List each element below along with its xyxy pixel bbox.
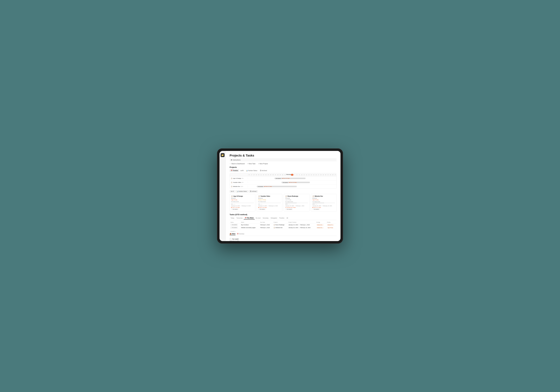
date-numbers: 16 17 18 19 20 21 22 23 24 25 26 27 bbox=[248, 174, 336, 176]
date-16b: 16 bbox=[315, 174, 317, 176]
card-appui-due: ▶ Due in 10 days bbox=[231, 207, 254, 208]
task-table-body: + Not started Buy Furniture February 5, … bbox=[230, 223, 337, 229]
card-room-tasks: 0/1 Tasks Done bbox=[285, 201, 308, 202]
subtab-archived[interactable]: 🗄 Archived bbox=[249, 190, 258, 192]
row2-status-pill: + Not started bbox=[230, 227, 238, 228]
folder-icon[interactable]: 📁 bbox=[221, 153, 225, 157]
inbox-tabs: 📥 Inbox ⏰ Overdue bbox=[230, 232, 337, 236]
inbox-tab-inbox[interactable]: 📥 Inbox bbox=[230, 232, 235, 235]
youtube-icon: 📋 bbox=[231, 182, 232, 183]
card-youtube-title: 📋 Youtube Video bbox=[258, 195, 281, 197]
date-8: 8 bbox=[296, 174, 298, 176]
card-appui-tasks: 0/3 Tasks Done bbox=[231, 201, 254, 202]
tasks-section-title: Tasks (GTD method) bbox=[230, 213, 337, 216]
timeline-project-youtube: 📋 Youtube Video 0% bbox=[230, 182, 248, 183]
task-tab-someday[interactable]: Someday bbox=[262, 217, 270, 219]
date-19b: 19 bbox=[322, 174, 325, 176]
row2-project-icon: 📋 bbox=[274, 227, 275, 228]
new-task-button[interactable]: + New Task bbox=[248, 163, 256, 164]
date-22: 22 bbox=[262, 174, 265, 176]
card-appui-status: + Not started bbox=[231, 209, 239, 210]
card-youtube-progress-wrap bbox=[258, 203, 281, 203]
date-29: 29 bbox=[279, 174, 281, 176]
youtube-progress: 0% bbox=[242, 182, 243, 183]
row1-status-pill: + Not started bbox=[230, 224, 238, 226]
back-dashboard-button[interactable]: ← Back to Dashboard bbox=[230, 163, 245, 164]
card-webdev-due: ▶ Due in 11 days bbox=[312, 207, 335, 208]
date-9: 9 bbox=[298, 174, 300, 176]
date-27: 27 bbox=[274, 174, 277, 176]
row2-priority: High Priority bbox=[326, 226, 337, 229]
card-youtube-due: ▶ Due in 16 days bbox=[258, 207, 281, 208]
row2-energy: Medium En... bbox=[316, 226, 326, 229]
row1-energy-pill: Medium En... bbox=[316, 224, 324, 226]
webdev-icon: 📋 bbox=[231, 186, 232, 187]
tab-kanban[interactable]: 📊 Kanban Status bbox=[245, 169, 258, 172]
task-tab-donext[interactable]: Do next bbox=[255, 217, 261, 219]
task-table: Status Name Due Date Projects Project Ti… bbox=[230, 221, 337, 229]
month-label: February bbox=[286, 174, 291, 176]
card-webdev: 📋 Website Dev Business High Priority 2/4… bbox=[311, 194, 337, 211]
card-youtube-icon: 📋 bbox=[258, 195, 260, 197]
table-row: + Not started Website secondary pages Fe… bbox=[230, 226, 337, 229]
date-18b: 18 bbox=[320, 174, 322, 176]
card-webdev-status: + Not started bbox=[312, 209, 320, 210]
instructions-row[interactable]: ▶ Instructions bbox=[230, 158, 337, 161]
date-27b: 27 bbox=[334, 174, 336, 176]
task-tab-all[interactable]: All bbox=[285, 217, 289, 219]
row1-name: Buy Furniture bbox=[240, 223, 260, 226]
row2-timeline: January 25, 2024 → February 16, 2024 bbox=[288, 226, 316, 229]
timeline-project-webdev: 📋 Website Dev 50% bbox=[230, 186, 248, 187]
row2-name: Website secondary pages bbox=[240, 226, 260, 229]
webdev-progress: 50% bbox=[241, 186, 243, 187]
tab-archived[interactable]: 🗄 Archived bbox=[259, 169, 268, 172]
col-duedate: Due Date bbox=[260, 221, 273, 223]
card-room-category: Personal bbox=[285, 198, 308, 199]
date-23: 23 bbox=[265, 174, 267, 176]
card-youtube-priority: Medium Priority bbox=[258, 199, 281, 201]
tab-all[interactable]: ⊞ All bbox=[240, 169, 245, 172]
task-tab-thisweek[interactable]: 📅 This Week bbox=[244, 217, 255, 219]
inbox-item-name: Car wash bbox=[230, 238, 337, 240]
task-tab-today[interactable]: Today bbox=[230, 217, 235, 219]
appui-name: App UI Design bbox=[233, 178, 241, 179]
youtube-name: Youtube Video bbox=[233, 182, 241, 183]
row1-project-icon: 📋 bbox=[274, 224, 275, 226]
inbox-tab-overdue[interactable]: ⏰ Overdue bbox=[237, 232, 244, 235]
card-room-due: ● Overdue by 3 days bbox=[285, 207, 308, 208]
row1-status: + Not started bbox=[230, 223, 240, 226]
task-tab-tomorrow[interactable]: Tomorrow bbox=[235, 217, 244, 219]
task-tab-delegated[interactable]: Delegated bbox=[270, 217, 278, 219]
col-energy: Energy bbox=[316, 221, 326, 223]
date-7: 7 bbox=[293, 174, 296, 176]
webdev-bar-area: Not started ▶ Due in 11 days bbox=[248, 185, 336, 188]
subtab-all[interactable]: ⊞ All bbox=[230, 190, 235, 192]
date-17b: 17 bbox=[317, 174, 320, 176]
date-31: 31 bbox=[284, 174, 286, 176]
date-10: 10 bbox=[300, 174, 303, 176]
subtab-kanban[interactable]: 📊 Kanban Status bbox=[235, 190, 248, 192]
task-tab-timeline[interactable]: Timeline bbox=[278, 217, 285, 219]
task-tabs: Today Tomorrow 📅 This Week Do next Somed… bbox=[230, 217, 337, 220]
row1-project: 📋 Room Redesign bbox=[273, 223, 288, 226]
projects-section-label: Projects bbox=[230, 166, 337, 168]
date-14: 14 bbox=[310, 174, 312, 176]
task-circle-icon bbox=[230, 238, 231, 240]
date-20: 20 bbox=[258, 174, 260, 176]
row2-project: 📋 Website Dev bbox=[273, 226, 288, 229]
youtube-bar: Not started ▶ Due in 16 days bbox=[281, 182, 310, 183]
action-bar: ← Back to Dashboard + New Task + New Pro… bbox=[230, 163, 337, 164]
date-28: 28 bbox=[277, 174, 279, 176]
new-project-button[interactable]: + New Project bbox=[258, 163, 268, 164]
appui-bar-area: Not started ▶ Due in 10 days bbox=[248, 177, 336, 180]
card-room-progress-wrap bbox=[285, 203, 308, 203]
card-appui-dates: January 22, 2024 → February 15, 2024 bbox=[231, 205, 254, 207]
card-appui-category: Business bbox=[231, 198, 254, 199]
tab-timeline[interactable]: 📅 Timeline bbox=[230, 169, 239, 172]
card-appui-icon: 📋 bbox=[231, 195, 233, 197]
row2-duedate: February 4, 2024 bbox=[260, 226, 273, 229]
webdev-name: Website Dev bbox=[233, 186, 240, 187]
card-youtube: 📋 Youtube Video Business Medium Priority… bbox=[257, 194, 282, 211]
date-26: 26 bbox=[272, 174, 274, 176]
card-youtube-dates: January 27, 2024 → February 21, 2024 bbox=[258, 205, 281, 207]
